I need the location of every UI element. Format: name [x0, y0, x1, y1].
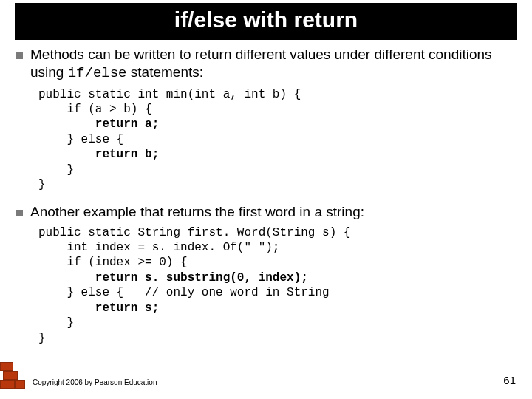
- bullet1-inline-code: if/else: [68, 65, 127, 81]
- page-number: 61: [503, 374, 516, 386]
- bullet-icon: [16, 52, 23, 59]
- slide-title: if/else with return: [15, 3, 517, 40]
- bullet1-part-b: statements:: [127, 64, 204, 80]
- bullet-text-2: Another example that returns the first w…: [30, 203, 364, 221]
- brick-decoration: [0, 359, 25, 389]
- bullet-item-1: Methods can be written to return differe…: [16, 46, 516, 83]
- bullet-icon: [16, 210, 23, 216]
- slide-content: Methods can be written to return differe…: [0, 40, 532, 346]
- copyright-text: Copyright 2006 by Pearson Education: [33, 378, 157, 386]
- code-block-1: public static int min(int a, int b) { if…: [38, 87, 516, 193]
- bullet-item-2: Another example that returns the first w…: [16, 203, 516, 221]
- bullet-text-1: Methods can be written to return differe…: [30, 46, 516, 83]
- code-block-2: public static String first. Word(String …: [38, 225, 516, 347]
